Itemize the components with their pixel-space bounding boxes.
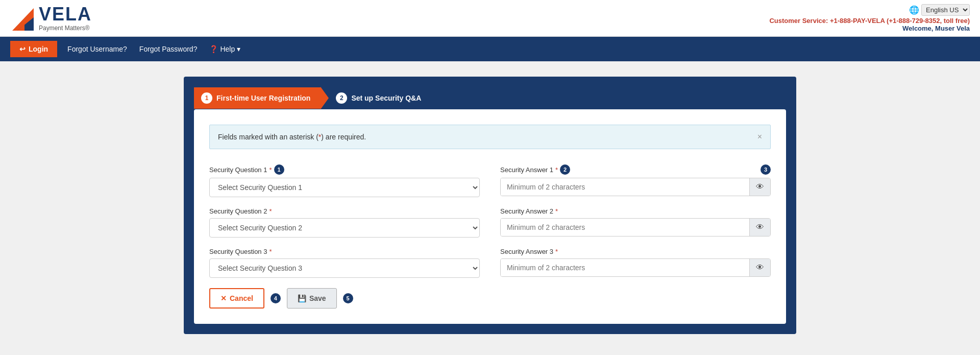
save-disk-icon: 💾 [298,294,306,302]
button-row: ✕ Cancel 4 💾 Save 5 [209,288,771,309]
answer2-input[interactable] [501,219,749,236]
logo-area: VELA Payment Matters® [10,5,92,32]
step-indicator: 1 First-time User Registration 2 Set up … [194,87,786,109]
logo-text: VELA Payment Matters® [39,5,92,32]
question3-required: * [269,248,272,255]
answer2-input-wrap: 👁 [500,218,771,236]
form-row-2: Security Question 2* Select Security Que… [209,207,771,238]
answer1-label-row: Security Answer 1* 2 3 [500,164,771,175]
form-row-3: Security Question 3* Select Security Que… [209,248,771,278]
question1-select[interactable]: Select Security Question 1 [209,178,480,197]
step-2-num: 2 [336,92,347,104]
login-icon: ↩ [19,45,26,53]
answer2-required: * [555,207,558,215]
login-label: Login [29,45,48,53]
answer1-eye-badge: 3 [761,164,771,175]
main-content: 1 First-time User Registration 2 Set up … [174,77,806,334]
nav-bar: ↩ Login Forgot Username? Forgot Password… [0,37,980,61]
alert-before: Fields marked with an asterisk ( [218,133,318,141]
language-select[interactable]: English US Spanish [921,4,970,16]
question2-label: Security Question 2* [209,207,480,215]
answer1-input-wrap: 👁 [500,178,771,196]
alert-box: Fields marked with an asterisk (*) are r… [209,125,771,149]
eye3-icon: 👁 [756,263,764,272]
question2-select[interactable]: Select Security Question 2 [209,218,480,238]
card-inner: Fields marked with an asterisk (*) are r… [194,109,786,324]
answer2-label-text: Security Answer 2 [500,207,553,215]
answer3-input-wrap: 👁 [500,258,771,277]
answer2-label: Security Answer 2* [500,207,771,215]
main-card: 1 First-time User Registration 2 Set up … [184,77,796,334]
question3-label: Security Question 3* [209,248,480,255]
question1-label: Security Question 1* 1 [209,164,480,175]
alert-close-button[interactable]: × [757,132,762,141]
cancel-button[interactable]: ✕ Cancel [209,288,264,309]
question3-select[interactable]: Select Security Question 3 [209,258,480,278]
eye-icon: 👁 [756,182,764,192]
help-icon: ❓ [209,45,218,53]
step-1-num: 1 [201,92,212,104]
step-2: 2 Set up Security Q&A [329,87,431,109]
cancel-badge: 4 [271,293,281,303]
help-label: Help [220,45,235,53]
question1-required: * [269,166,272,174]
answer1-required: * [555,166,558,174]
answer3-group: Security Answer 3* 👁 [500,248,771,278]
eye2-icon: 👁 [756,223,764,232]
customer-service: Customer Service: +1-888-PAY-VELA (+1-88… [769,17,970,25]
globe-icon: 🌐 [909,5,919,15]
logo-icon [10,5,36,32]
forgot-username-link[interactable]: Forgot Username? [67,45,127,53]
logo-vela-text: VELA [39,5,92,23]
cancel-label: Cancel [230,294,253,302]
welcome-area: Welcome, Muser Vela [769,25,970,32]
step-1: 1 First-time User Registration [194,87,321,109]
question1-group: Security Question 1* 1 Select Security Q… [209,164,480,197]
save-badge: 5 [343,293,353,303]
answer3-input[interactable] [501,259,749,276]
answer3-label-text: Security Answer 3 [500,248,553,255]
top-bar: VELA Payment Matters® 🌐 English US Spani… [0,0,980,37]
save-button[interactable]: 💾 Save [287,288,337,309]
answer1-label-text: Security Answer 1 [500,166,553,174]
step-arrow [321,87,329,109]
question1-badge: 1 [274,164,284,175]
login-button[interactable]: ↩ Login [10,41,57,57]
welcome-user: Muser Vela [935,25,970,32]
welcome-prefix: Welcome, [902,25,935,32]
save-label: Save [309,294,326,302]
answer2-eye-button[interactable]: 👁 [749,219,770,236]
answer1-badge: 2 [560,164,570,175]
question1-label-text: Security Question 1 [209,166,267,174]
answer3-eye-button[interactable]: 👁 [749,259,770,276]
answer3-label: Security Answer 3* [500,248,771,255]
alert-text: Fields marked with an asterisk (*) are r… [218,133,366,141]
answer1-input[interactable] [501,178,749,196]
question2-group: Security Question 2* Select Security Que… [209,207,480,238]
form-row-1: Security Question 1* 1 Select Security Q… [209,164,771,197]
question2-required: * [269,207,272,215]
answer1-group: Security Answer 1* 2 3 👁 [500,164,771,197]
cancel-x-icon: ✕ [220,294,227,302]
help-chevron-icon: ▾ [237,45,240,53]
step-2-label: Set up Security Q&A [351,94,421,102]
help-link[interactable]: ❓ Help ▾ [209,45,240,53]
logo-sub-text: Payment Matters® [39,25,92,32]
answer1-eye-button[interactable]: 👁 [749,178,770,196]
question3-group: Security Question 3* Select Security Que… [209,248,480,278]
answer2-group: Security Answer 2* 👁 [500,207,771,238]
top-right: 🌐 English US Spanish Customer Service: +… [769,4,970,32]
step-1-label: First-time User Registration [216,94,310,102]
question2-label-text: Security Question 2 [209,207,267,215]
alert-after: ) are required. [321,133,366,141]
question3-label-text: Security Question 3 [209,248,267,255]
answer3-required: * [555,248,558,255]
forgot-password-link[interactable]: Forgot Password? [139,45,198,53]
